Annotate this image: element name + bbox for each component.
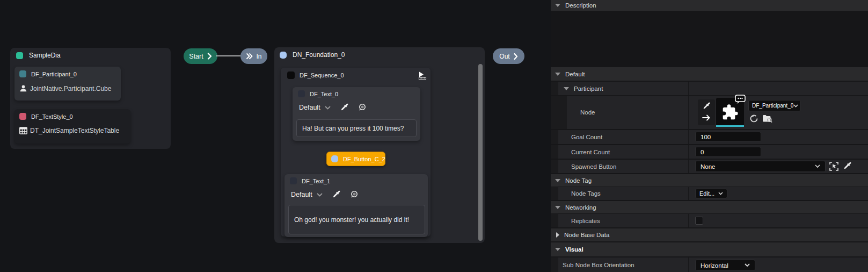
node-thumbnail[interactable]: [716, 98, 744, 127]
chevron-down-icon: [745, 263, 750, 267]
text1-style-select[interactable]: Default: [291, 191, 312, 198]
property-row-node: Node DF_Participant_0: [551, 96, 868, 129]
column-splitter: [688, 187, 689, 200]
subsection-participant[interactable]: Participant: [551, 82, 868, 95]
eyedropper-icon[interactable]: [332, 190, 341, 199]
node-scrollbar[interactable]: [478, 64, 483, 241]
textstyle-name: DF_TextStyle_0: [31, 113, 73, 120]
participant-header: Participant: [574, 85, 603, 92]
subnode-participant[interactable]: DF_Participant_0 JointNative.Participant…: [14, 67, 121, 101]
collapse-arrow-icon[interactable]: [564, 87, 569, 90]
chevron-down-icon: [793, 104, 798, 108]
in-pin[interactable]: In: [240, 48, 267, 64]
node-picker-box: [698, 99, 715, 125]
collapse-arrow-icon[interactable]: [555, 248, 560, 251]
subnode-sequence[interactable]: DF_Sequence_0 DF_Text_0 Default: [281, 68, 431, 237]
button-c2-dot-icon: [331, 155, 338, 162]
section-visual[interactable]: Visual: [551, 242, 868, 256]
chevron-down-icon[interactable]: [317, 193, 323, 197]
indent-strip: [551, 96, 567, 129]
collapse-arrow-icon[interactable]: [555, 4, 560, 7]
datatable-icon: [19, 127, 27, 134]
text1-content: Oh god! you monster! you actually did it…: [294, 216, 409, 224]
eyedropper-icon[interactable]: [843, 162, 852, 170]
preview-bubble-icon[interactable]: [358, 103, 367, 112]
property-row-current-count: Current Count 0: [551, 145, 868, 159]
node-foundation[interactable]: DN_Foundation_0 DF_Sequence_0 DF_Text_0: [274, 47, 485, 243]
person-icon: [19, 84, 27, 92]
replicates-checkbox[interactable]: [695, 217, 703, 225]
browse-asset-icon[interactable]: [762, 114, 772, 123]
details-panel: Description DF_Button DF_Button_C /Game/…: [551, 0, 868, 272]
text1-content-box[interactable]: Oh god! you monster! you actually did it…: [288, 205, 425, 234]
section-node-tag[interactable]: Node Tag: [551, 174, 868, 187]
pick-actor-icon[interactable]: [829, 162, 838, 171]
current-count-label: Current Count: [571, 149, 610, 155]
node-dropdown[interactable]: DF_Participant_0: [748, 100, 801, 111]
foundation-dot-icon: [280, 52, 287, 59]
current-count-value: 0: [701, 149, 704, 155]
playback-ruler-icon[interactable]: [417, 71, 427, 81]
sequence-dot-icon: [287, 71, 295, 79]
text0-content: Ha! But can you press it 100 times?: [302, 125, 404, 132]
node-tags-edit-button[interactable]: Edit...: [695, 189, 727, 198]
section-node-base-data[interactable]: Node Base Data: [551, 228, 868, 241]
text0-content-box[interactable]: Ha! But can you press it 100 times?: [296, 119, 417, 137]
double-chevron-icon: [246, 53, 253, 60]
text0-style-select[interactable]: Default: [299, 104, 320, 111]
text0-name: DF_Text_0: [310, 91, 338, 97]
indent-strip: [551, 214, 558, 227]
textstyle-value: DT_JointSampleTextStyleTable: [30, 127, 119, 134]
node-base-data-header: Node Base Data: [564, 232, 609, 238]
orientation-dropdown[interactable]: Horizontal: [695, 260, 755, 271]
goal-count-input[interactable]: 100: [695, 132, 761, 142]
out-label: Out: [499, 53, 509, 60]
node-sampledia[interactable]: SampleDia DF_Participant_0 JointNative.P…: [10, 48, 171, 149]
collapse-arrow-icon[interactable]: [555, 73, 560, 76]
default-header: Default: [565, 71, 585, 77]
foundation-title: DN_Foundation_0: [293, 51, 345, 59]
expand-arrow-icon[interactable]: [556, 232, 559, 238]
chevron-down-icon: [718, 192, 723, 195]
spawned-button-dropdown[interactable]: None: [695, 161, 826, 172]
column-splitter: [688, 160, 689, 173]
section-default[interactable]: Default: [551, 67, 868, 81]
property-row-node-tags: Node Tags Edit...: [551, 187, 868, 200]
chevron-right-icon: [207, 53, 212, 60]
property-row-sub-node-box-orientation: Sub Node Box Orientation Horizontal: [551, 257, 868, 272]
collapse-arrow-icon[interactable]: [555, 206, 560, 209]
sampledia-dot-icon: [16, 52, 23, 59]
in-label: In: [256, 53, 261, 60]
start-node[interactable]: Start: [184, 48, 217, 64]
button-c2-name: DF_Button_C_2: [343, 156, 385, 162]
subnode-text0[interactable]: DF_Text_0 Default Ha! But can you press: [293, 87, 420, 141]
text0-dot-icon: [298, 90, 305, 97]
goal-count-label: Goal Count: [571, 134, 602, 140]
subnode-textstyle[interactable]: DF_TextStyle_0 DT_JointSampleTextStyleTa…: [14, 109, 130, 144]
preview-bubble-icon[interactable]: [349, 190, 359, 199]
section-description[interactable]: Description: [551, 0, 868, 11]
collapse-arrow-icon[interactable]: [555, 179, 560, 182]
replicates-label: Replicates: [571, 218, 600, 224]
column-splitter: [688, 130, 689, 144]
graph-canvas[interactable]: SampleDia DF_Participant_0 JointNative.P…: [0, 0, 551, 272]
textstyle-dot-icon: [19, 113, 26, 120]
column-splitter: [688, 96, 689, 129]
section-networking[interactable]: Networking: [551, 201, 868, 213]
use-selected-icon[interactable]: [750, 114, 758, 123]
indent-strip: [551, 160, 558, 173]
sub-node-box-orientation-label: Sub Node Box Orientation: [563, 262, 634, 268]
eyedropper-icon[interactable]: [340, 103, 349, 112]
current-count-input[interactable]: 0: [695, 147, 761, 157]
participant-value: JointNative.Participant.Cube: [30, 85, 111, 92]
orientation-value: Horizontal: [701, 262, 728, 269]
participant-name: DF_Participant_0: [31, 71, 77, 77]
connection-wire: [216, 55, 242, 56]
out-pin[interactable]: Out: [493, 48, 524, 64]
networking-header: Networking: [565, 204, 596, 211]
eyedropper-icon[interactable]: [703, 102, 711, 110]
arrow-right-icon[interactable]: [702, 114, 711, 121]
chevron-down-icon[interactable]: [325, 106, 331, 110]
subnode-button-c2[interactable]: DF_Button_C_2: [326, 152, 385, 166]
subnode-text1[interactable]: DF_Text_1 Default Oh god! you monster!: [285, 174, 428, 237]
